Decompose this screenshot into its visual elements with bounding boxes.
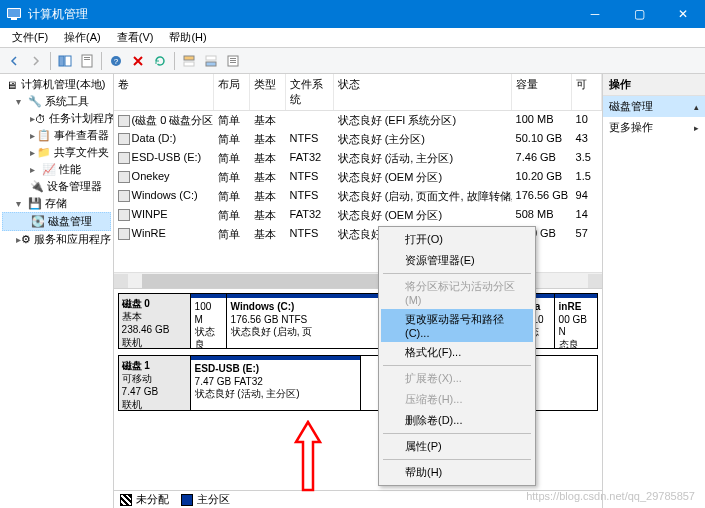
back-button[interactable] [4,51,24,71]
tree-tasksched[interactable]: ▸⏱任务计划程序 [2,110,111,127]
ctx-format[interactable]: 格式化(F)... [381,342,533,363]
view-top-button[interactable] [179,51,199,71]
volume-row[interactable]: WINPE简单基本FAT32状态良好 (OEM 分区)508 MB14 [114,206,602,225]
disk-1-size: 7.47 GB [122,386,159,397]
settings-button[interactable] [223,51,243,71]
menu-view[interactable]: 查看(V) [109,28,162,47]
disk-0-part-0[interactable]: 100 M 状态良 [191,294,227,348]
svg-rect-12 [206,56,216,60]
disk-0-info[interactable]: 磁盘 0 基本 238.46 GB 联机 [119,294,191,348]
svg-text:?: ? [114,57,119,66]
menubar: 文件(F) 操作(A) 查看(V) 帮助(H) [0,28,705,48]
view-bottom-button[interactable] [201,51,221,71]
col-fs[interactable]: 文件系统 [286,74,334,110]
volume-row[interactable]: (磁盘 0 磁盘分区 1)简单基本状态良好 (EFI 系统分区)100 MB10 [114,111,602,130]
chevron-down-icon: ▾ [16,96,28,107]
tree-services-label: 服务和应用程序 [34,232,111,247]
tree-diskmgmt[interactable]: 💽磁盘管理 [2,212,111,231]
tree-perf-label: 性能 [59,162,81,177]
menu-file[interactable]: 文件(F) [4,28,56,47]
svg-rect-15 [230,58,236,59]
actions-diskmgmt[interactable]: 磁盘管理▴ [603,96,705,117]
svg-rect-4 [65,56,71,66]
ctx-open[interactable]: 打开(O) [381,229,533,250]
ctx-properties[interactable]: 属性(P) [381,436,533,457]
col-layout[interactable]: 布局 [214,74,250,110]
col-free[interactable]: 可 [572,74,602,110]
tree-services[interactable]: ▸⚙服务和应用程序 [2,231,111,248]
tree-eventviewer-label: 事件查看器 [54,128,109,143]
maximize-button[interactable]: ▢ [617,0,661,28]
tree-systools[interactable]: ▾🔧系统工具 [2,93,111,110]
menu-action[interactable]: 操作(A) [56,28,109,47]
toolbar: ? [0,48,705,74]
ctx-explorer[interactable]: 资源管理器(E) [381,250,533,271]
tree-eventviewer[interactable]: ▸📋事件查看器 [2,127,111,144]
disk-0-type: 基本 [122,311,142,322]
d1p0-size: 7.47 GB FAT32 [195,376,263,387]
disk-0-status: 联机 [122,337,142,348]
volume-row[interactable]: ESD-USB (E:)简单基本FAT32状态良好 (活动, 主分区)7.46 … [114,149,602,168]
tree-storage-label: 存储 [45,196,67,211]
disk-1-part-0[interactable]: ESD-USB (E:) 7.47 GB FAT32 状态良好 (活动, 主分区… [191,356,361,410]
legend-unalloc: 未分配 [120,492,169,507]
forward-button[interactable] [26,51,46,71]
chevron-right-icon: ▸ [30,130,37,141]
disk-0-part-3[interactable]: inRE 00 GB N 态良 [555,294,597,348]
svg-rect-2 [11,18,17,20]
disk-icon: 💽 [31,215,45,229]
legend-primary-label: 主分区 [197,492,230,507]
tree-systools-label: 系统工具 [45,94,89,109]
actions-diskmgmt-label: 磁盘管理 [609,99,653,114]
help-button[interactable]: ? [106,51,126,71]
properties-button[interactable] [77,51,97,71]
ctx-help[interactable]: 帮助(H) [381,462,533,483]
svg-rect-16 [230,60,236,61]
col-volume[interactable]: 卷 [114,74,214,110]
delete-button[interactable] [128,51,148,71]
tree-perf[interactable]: ▸📈性能 [2,161,111,178]
actions-panel: 操作 磁盘管理▴ 更多操作▸ [603,74,705,508]
tree-root[interactable]: 🖥计算机管理(本地) [2,76,111,93]
svg-rect-17 [230,62,236,63]
menu-help[interactable]: 帮助(H) [161,28,214,47]
refresh-button[interactable] [150,51,170,71]
svg-rect-13 [206,62,216,66]
tree-shared[interactable]: ▸📁共享文件夹 [2,144,111,161]
actions-more[interactable]: 更多操作▸ [603,117,705,138]
disk-1-title: 磁盘 1 [122,360,150,371]
minimize-button[interactable]: ─ [573,0,617,28]
scroll-left-icon[interactable] [114,274,128,288]
col-status[interactable]: 状态 [334,74,512,110]
ctx-shrink: 压缩卷(H)... [381,389,533,410]
col-type[interactable]: 类型 [250,74,286,110]
volume-row[interactable]: Windows (C:)简单基本NTFS状态良好 (启动, 页面文件, 故障转储… [114,187,602,206]
close-button[interactable]: ✕ [661,0,705,28]
storage-icon: 💾 [28,197,42,211]
ctx-sep [383,365,531,366]
d0p3-status: 态良 [559,339,579,349]
ctx-sep [383,433,531,434]
tree-shared-label: 共享文件夹 [54,145,109,160]
disk-1-info[interactable]: 磁盘 1 可移动 7.47 GB 联机 [119,356,191,410]
ctx-delete[interactable]: 删除卷(D)... [381,410,533,431]
scroll-right-icon[interactable] [588,274,602,288]
svg-rect-3 [59,56,64,66]
svg-rect-11 [184,62,194,66]
actions-header: 操作 [603,74,705,96]
tree-devmgr[interactable]: 🔌设备管理器 [2,178,111,195]
context-menu: 打开(O) 资源管理器(E) 将分区标记为活动分区(M) 更改驱动器号和路径(C… [378,226,536,486]
volume-row[interactable]: Data (D:)简单基本NTFS状态良好 (主分区)50.10 GB43 [114,130,602,149]
tree-panel: 🖥计算机管理(本地) ▾🔧系统工具 ▸⏱任务计划程序 ▸📋事件查看器 ▸📁共享文… [0,74,114,508]
col-capacity[interactable]: 容量 [512,74,572,110]
ctx-change-letter[interactable]: 更改驱动器号和路径(C)... [381,309,533,342]
scroll-thumb[interactable] [142,274,401,288]
tree-storage[interactable]: ▾💾存储 [2,195,111,212]
app-icon [6,6,22,22]
show-hide-button[interactable] [55,51,75,71]
volume-row[interactable]: Onekey简单基本NTFS状态良好 (OEM 分区)10.20 GB1.5 [114,168,602,187]
services-icon: ⚙ [21,233,31,247]
d1p0-name: ESD-USB (E:) [195,363,259,374]
volume-header: 卷 布局 类型 文件系统 状态 容量 可 [114,74,602,111]
svg-rect-1 [8,9,20,17]
